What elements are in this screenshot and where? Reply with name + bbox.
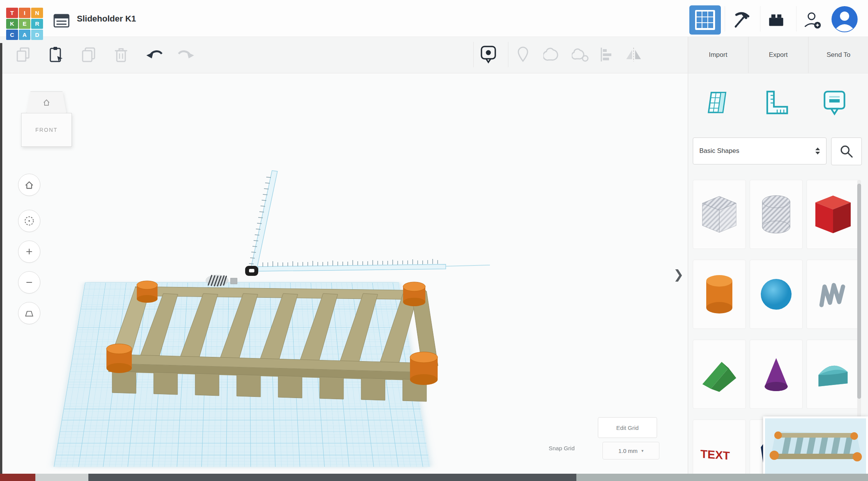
home-icon: [23, 178, 36, 191]
align-button[interactable]: [595, 41, 619, 68]
block-export-button[interactable]: [729, 8, 753, 32]
view-3d-designs-button[interactable]: [689, 5, 721, 35]
category-select-value: Basic Shapes: [699, 147, 739, 155]
cylinder-hole-icon: [758, 193, 795, 236]
copy-icon: [15, 47, 32, 62]
shape-tile-roof[interactable]: [693, 340, 746, 409]
home-view-button[interactable]: [18, 174, 40, 196]
workplane-grid[interactable]: [54, 283, 430, 467]
share-button[interactable]: [800, 8, 825, 32]
view-cube[interactable]: FRONT: [21, 91, 71, 149]
account-avatar[interactable]: [831, 5, 858, 33]
edit-toolbar: Import Export Send To: [0, 36, 868, 73]
export-button[interactable]: Export: [749, 36, 809, 73]
left-edge-artifact: [0, 43, 2, 474]
view-cube-label: FRONT: [35, 127, 58, 133]
shape-tile-sphere[interactable]: [750, 260, 803, 329]
ruler-tool-icon: [762, 89, 790, 117]
import-button[interactable]: Import: [688, 36, 749, 73]
perspective-icon: [23, 307, 36, 320]
snap-grid-label: Snap Grid: [549, 445, 575, 451]
scribble-icon: [814, 275, 852, 313]
caret-down-icon: ▾: [641, 448, 644, 453]
duplicate-button[interactable]: [77, 41, 101, 68]
redo-icon: [176, 47, 195, 62]
mirror-button[interactable]: [622, 41, 646, 68]
zoom-out-button[interactable]: −: [18, 271, 40, 294]
header-separator: [796, 6, 797, 32]
send-to-button[interactable]: Send To: [808, 36, 868, 73]
document-title[interactable]: Slideholder K1: [77, 14, 136, 24]
text-shape-icon: ​ TEXT: [698, 437, 740, 471]
redo-button[interactable]: [174, 41, 197, 68]
sphere-icon: [757, 275, 795, 313]
show-all-button[interactable]: [476, 41, 500, 68]
round-roof-icon: [813, 355, 853, 393]
bottom-strip: [35, 474, 88, 481]
shape-category-select[interactable]: Basic Shapes: [693, 138, 827, 164]
edit-grid-label: Edit Grid: [616, 425, 639, 431]
zoom-in-button[interactable]: +: [18, 240, 40, 263]
notes-tool-icon: [821, 89, 849, 117]
fit-view-button[interactable]: [18, 210, 40, 232]
workplane-pin-button[interactable]: [511, 41, 535, 68]
workplane-tool-button[interactable]: [694, 80, 740, 126]
grid-icon: [695, 10, 715, 30]
delete-button[interactable]: [109, 41, 133, 68]
avatar-icon: [831, 5, 858, 33]
header-bar: TIN KER CAD Slideholder K1: [0, 0, 868, 37]
ungroup-button[interactable]: [569, 41, 592, 68]
shape-tile-text[interactable]: ​ TEXT: [693, 420, 746, 481]
snap-grid-value: 1.0 mm: [618, 448, 637, 454]
design-preview-thumbnail[interactable]: [763, 416, 868, 476]
workplane-tool-icon: [703, 89, 730, 117]
cylinder-icon: [701, 273, 738, 315]
panel-collapse-button[interactable]: ❯: [672, 263, 685, 286]
shape-tile-cylinder-hole[interactable]: [750, 180, 803, 249]
mirror-icon: [625, 46, 642, 63]
shape-search-button[interactable]: [831, 138, 862, 165]
group-icon: [543, 46, 561, 63]
select-arrows-icon: [815, 148, 820, 154]
ruler-tool-button[interactable]: [753, 80, 799, 126]
header-separator: [725, 6, 725, 32]
undo-button[interactable]: [143, 41, 167, 68]
shape-tile-cylinder[interactable]: [693, 260, 746, 329]
cone-icon: [757, 354, 795, 394]
edit-grid-button[interactable]: Edit Grid: [598, 417, 657, 438]
toolbar-separator: [473, 42, 474, 67]
view-cube-front-face[interactable]: FRONT: [21, 113, 72, 147]
ungroup-icon: [572, 46, 589, 63]
show-all-icon: [480, 45, 497, 64]
person-add-icon: [802, 10, 823, 30]
duplicate-icon: [80, 46, 97, 63]
shape-tile-box-hole[interactable]: [693, 180, 746, 249]
tinkercad-logo[interactable]: TIN KER CAD: [6, 8, 43, 40]
group-button[interactable]: [540, 41, 564, 68]
ruler-anchor-handle[interactable]: [245, 266, 258, 276]
toolbar-separator: [508, 42, 508, 67]
snap-grid-select[interactable]: 1.0 mm ▾: [602, 442, 659, 459]
perspective-toggle-button[interactable]: [18, 302, 40, 324]
notes-tool-button[interactable]: [812, 80, 858, 126]
tinkercad-app: FRONT + − Edit G: [0, 0, 868, 481]
bottom-strip-right: [576, 474, 868, 481]
pickaxe-icon: [730, 10, 751, 30]
align-icon: [598, 46, 615, 63]
bottom-strip-left: [0, 474, 35, 481]
copy-button[interactable]: [12, 41, 35, 68]
paste-button[interactable]: [44, 41, 68, 68]
design-properties-button[interactable]: [53, 13, 70, 28]
shape-tile-round-roof[interactable]: [807, 340, 860, 409]
ruler-helper[interactable]: [245, 171, 490, 276]
view-cube-top-face[interactable]: [27, 91, 66, 114]
paste-icon: [47, 46, 64, 63]
shape-tile-cone[interactable]: [750, 340, 803, 409]
shape-tile-box[interactable]: [807, 180, 860, 249]
zoom-in-icon: +: [26, 246, 33, 257]
shape-tile-scribble[interactable]: [807, 260, 860, 329]
brick-export-button[interactable]: [764, 8, 788, 32]
box-hole-icon: [699, 193, 739, 236]
undo-icon: [146, 47, 164, 62]
drop-pin-icon: [514, 45, 531, 64]
